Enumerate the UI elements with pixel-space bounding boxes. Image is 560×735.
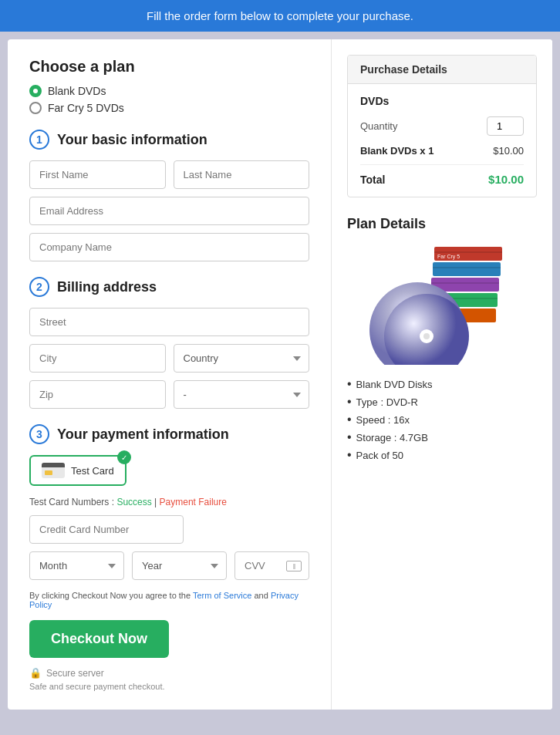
left-panel: Choose a plan Blank DVDs Far Cry 5 DVDs …: [8, 39, 332, 710]
feature-item: Storage : 4.7GB: [347, 430, 537, 444]
section-3-title: Your payment information: [57, 427, 229, 443]
terms-prefix: By clicking Checkout Now you agree to th…: [29, 591, 193, 600]
item-row: Blank DVDs x 1 $10.00: [360, 145, 524, 157]
section-3-header: 3 Your payment information: [29, 424, 309, 444]
feature-item: Pack of 50: [347, 448, 537, 462]
plan-blank-dvds-label: Blank DVDs: [48, 85, 106, 97]
secure-sub: Safe and secure payment checkout.: [29, 682, 309, 691]
purchase-details-body: DVDs Quantity Blank DVDs x 1 $10.00 Tota…: [348, 84, 536, 197]
first-name-input[interactable]: [29, 160, 166, 189]
section-1-title: Your basic information: [57, 132, 207, 148]
month-select[interactable]: Month: [29, 551, 124, 580]
failure-link[interactable]: Payment Failure: [160, 497, 227, 507]
top-banner: Fill the order form below to complete yo…: [0, 0, 560, 32]
total-row: Total $10.00: [360, 164, 524, 186]
last-name-input[interactable]: [174, 160, 310, 189]
plan-features: Blank DVD Disks Type : DVD-R Speed : 16x…: [347, 377, 537, 462]
svg-text:Far Cry 5: Far Cry 5: [437, 254, 460, 260]
svg-rect-3: [433, 262, 501, 276]
zip-state-row: -: [29, 380, 309, 409]
dvds-label: DVDs: [360, 95, 524, 107]
cc-row: [29, 515, 309, 544]
feature-item: Blank DVD Disks: [347, 377, 537, 391]
email-row: [29, 197, 309, 225]
card-label: Test Card: [71, 465, 114, 477]
svg-rect-4: [433, 267, 501, 268]
svg-point-15: [423, 333, 430, 339]
section-3-number: 3: [29, 424, 49, 444]
plan-option-blank-dvds[interactable]: Blank DVDs: [29, 85, 309, 97]
radio-farcry: [29, 102, 42, 114]
cvv-card-icon: [286, 561, 302, 571]
total-price: $10.00: [488, 173, 524, 186]
svg-rect-6: [431, 282, 499, 284]
dvd-image-container: Far Cry 5: [347, 243, 537, 366]
cc-input[interactable]: [29, 515, 184, 544]
card-option[interactable]: Test Card: [29, 455, 127, 486]
svg-rect-1: [434, 251, 502, 253]
right-panel: Purchase Details DVDs Quantity Blank DVD…: [332, 39, 552, 710]
company-row: [29, 233, 309, 261]
state-select[interactable]: -: [174, 380, 310, 409]
city-country-row: Country: [29, 344, 309, 373]
item-name: Blank DVDs x 1: [360, 145, 433, 157]
success-link[interactable]: Success: [116, 497, 151, 507]
payment-details-row: Month Year: [29, 551, 309, 580]
quantity-input[interactable]: [487, 116, 524, 136]
radio-blank-dvds: [29, 85, 42, 97]
test-card-info: Test Card Numbers : Success | Payment Fa…: [29, 497, 309, 507]
total-label: Total: [360, 174, 385, 186]
street-input[interactable]: [29, 308, 309, 336]
section-2-header: 2 Billing address: [29, 277, 309, 297]
page-wrapper: Fill the order form below to complete yo…: [0, 0, 560, 735]
name-row: [29, 160, 309, 189]
quantity-label: Quantity: [360, 120, 397, 132]
secure-label: Secure server: [46, 668, 104, 679]
plan-option-farcry[interactable]: Far Cry 5 DVDs: [29, 102, 309, 114]
check-badge-icon: [117, 450, 131, 464]
plan-details-title: Plan Details: [347, 216, 537, 232]
purchase-details-header: Purchase Details: [348, 56, 536, 84]
dvd-svg-image: Far Cry 5: [365, 245, 519, 365]
terms-text: By clicking Checkout Now you agree to th…: [29, 591, 309, 609]
terms-and: and: [254, 591, 270, 600]
terms-link[interactable]: Term of Service: [193, 591, 251, 600]
quantity-row: Quantity: [360, 116, 524, 136]
feature-item: Speed : 16x: [347, 413, 537, 427]
test-card-prefix: Test Card Numbers :: [29, 497, 116, 507]
year-select[interactable]: Year: [132, 551, 227, 580]
card-icon: [42, 463, 65, 478]
city-input[interactable]: [29, 344, 166, 373]
email-input[interactable]: [29, 197, 309, 225]
section-2-title: Billing address: [57, 279, 157, 295]
choose-plan-title: Choose a plan: [29, 58, 309, 76]
zip-input[interactable]: [29, 380, 166, 409]
section-1-number: 1: [29, 130, 49, 150]
section-1-header: 1 Your basic information: [29, 130, 309, 150]
plan-farcry-label: Far Cry 5 DVDs: [48, 102, 124, 114]
purchase-details-box: Purchase Details DVDs Quantity Blank DVD…: [347, 55, 537, 197]
main-content: Choose a plan Blank DVDs Far Cry 5 DVDs …: [8, 39, 552, 710]
secure-info: 🔒 Secure server: [29, 667, 309, 679]
cvv-wrapper: [234, 551, 309, 580]
banner-text: Fill the order form below to complete yo…: [147, 9, 413, 22]
checkout-button[interactable]: Checkout Now: [29, 620, 169, 658]
section-2-number: 2: [29, 277, 49, 297]
country-select[interactable]: Country: [174, 344, 310, 373]
payment-section: Test Card Test Card Numbers : Success | …: [29, 455, 309, 691]
lock-icon: 🔒: [29, 667, 42, 679]
company-input[interactable]: [29, 233, 309, 261]
street-row: [29, 308, 309, 336]
item-price: $10.00: [493, 145, 524, 157]
feature-item: Type : DVD-R: [347, 395, 537, 409]
